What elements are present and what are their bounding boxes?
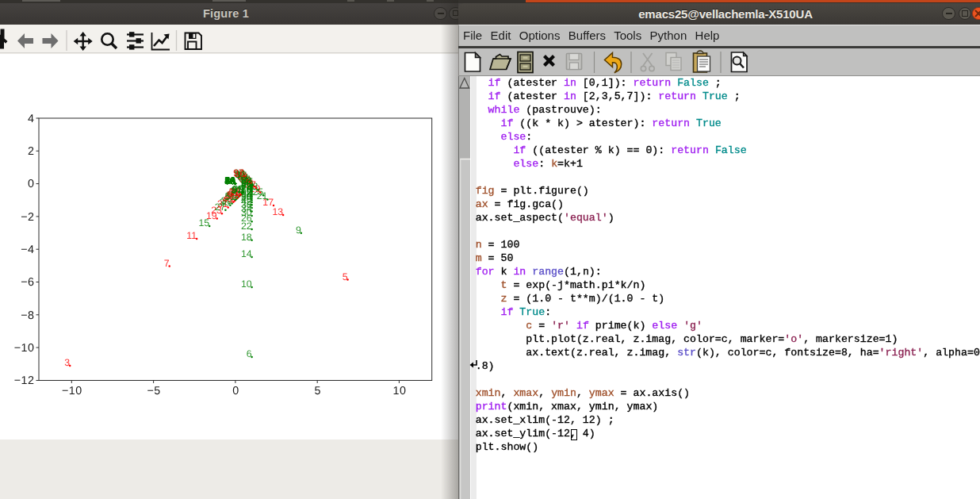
svg-text:−4: −4 [21, 244, 34, 256]
svg-text:−10: −10 [14, 342, 35, 355]
svg-text:0: 0 [28, 178, 34, 190]
svg-text:7: 7 [164, 258, 170, 269]
svg-text:9: 9 [296, 225, 301, 236]
svg-text:2: 2 [28, 145, 34, 158]
svg-text:10: 10 [392, 385, 406, 397]
svg-text:−10: −10 [62, 385, 82, 397]
svg-text:−12: −12 [14, 374, 35, 387]
svg-text:18: 18 [241, 232, 252, 243]
svg-text:4: 4 [28, 113, 34, 125]
svg-text:14: 14 [241, 248, 252, 259]
svg-text:13: 13 [272, 206, 283, 217]
svg-text:0: 0 [232, 385, 239, 397]
svg-text:−8: −8 [21, 309, 34, 322]
svg-text:−6: −6 [21, 276, 34, 289]
svg-text:10: 10 [241, 278, 252, 290]
svg-text:−2: −2 [21, 211, 34, 224]
svg-text:−5: −5 [147, 385, 160, 397]
svg-text:5: 5 [343, 271, 348, 282]
svg-text:11: 11 [186, 230, 197, 241]
svg-text:3: 3 [64, 357, 70, 368]
svg-text:5: 5 [314, 385, 320, 397]
svg-text:6: 6 [247, 348, 252, 359]
